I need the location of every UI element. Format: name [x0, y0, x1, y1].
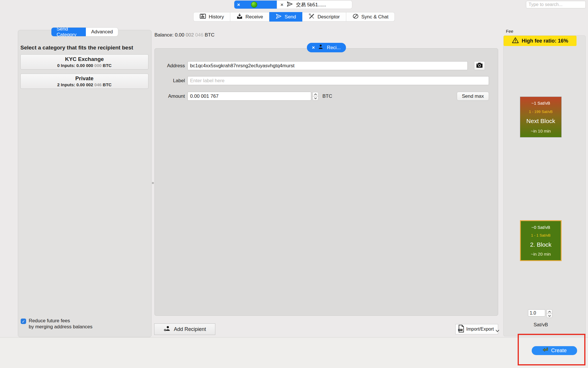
- tab-history[interactable]: History: [193, 12, 230, 22]
- high-fee-warning-text: High fee ratio: 16%: [522, 38, 568, 44]
- category-private-button[interactable]: Private 2 Inputs: 0.00 002 046 BTC: [20, 74, 148, 89]
- amount-stepper: [312, 92, 318, 101]
- panel-splitter-handle[interactable]: [152, 182, 154, 184]
- svg-text:CSV: CSV: [459, 329, 462, 331]
- reduce-fees-label: Reduce future fees by merging address ba…: [29, 318, 92, 330]
- fee-block-second-selected[interactable]: ~0 Sat/vB 1 - 1 Sat/vB 2. Block ~in 20 m…: [520, 220, 562, 261]
- fee-block-next[interactable]: ~1 Sat/vB 1 - 199 Sat/vB Next Block ~in …: [520, 97, 562, 137]
- tools-icon: [308, 13, 315, 21]
- high-fee-warning: High fee ratio: 16%: [504, 36, 577, 46]
- fee-eta: ~in 10 min: [531, 129, 551, 133]
- wallet-tab[interactable]: ×: [234, 1, 277, 9]
- pen-chat-icon: [352, 13, 359, 21]
- tab-label: Send: [285, 14, 296, 20]
- stepper-down-button[interactable]: [546, 314, 552, 318]
- amount-row: Amount BTC Send max: [155, 92, 332, 101]
- tab-receive[interactable]: Receive: [230, 12, 269, 22]
- amount-input[interactable]: [187, 92, 311, 101]
- chevron-down-icon: [495, 328, 500, 334]
- return-arrow-icon: [542, 347, 548, 354]
- camera-icon: [476, 62, 483, 70]
- amount-unit-label: BTC: [322, 93, 332, 99]
- tab-sync-chat[interactable]: Sync & Chat: [346, 12, 395, 22]
- close-icon[interactable]: ×: [237, 2, 240, 7]
- label-input[interactable]: [187, 76, 489, 85]
- create-button-label: Create: [551, 348, 566, 354]
- person-icon: [318, 44, 324, 51]
- fee-rate-stepper: [546, 309, 552, 318]
- tab-label: History: [209, 14, 224, 20]
- fee-rate-input[interactable]: [528, 309, 545, 317]
- fee-section-title: Fee: [506, 29, 513, 34]
- search-input[interactable]: [526, 1, 586, 8]
- left-segmented-control: Send Category Advanced: [51, 28, 118, 36]
- transaction-tab[interactable]: × 交易 5b51......: [277, 1, 352, 9]
- category-subtitle: 0 Inputs: 0.00 000 000 BTC: [57, 63, 111, 68]
- csv-file-icon: CSV: [457, 325, 465, 334]
- fee-range: 1 - 1 Sat/vB: [531, 233, 551, 237]
- fee-panel: High fee ratio: 16% ~1 Sat/vB 1 - 199 Sa…: [503, 35, 586, 336]
- tab-descriptor[interactable]: Descriptor: [302, 12, 346, 22]
- window-tab-bar: × × 交易 5b51......: [234, 1, 352, 9]
- tab-label: Sync & Chat: [361, 14, 389, 20]
- amount-label: Amount: [155, 93, 185, 99]
- tab-advanced[interactable]: Advanced: [86, 28, 118, 36]
- send-plane-icon: [275, 13, 282, 21]
- address-input[interactable]: [187, 61, 468, 70]
- camera-scan-button[interactable]: [474, 61, 485, 70]
- address-label: Address: [155, 63, 185, 69]
- send-category-panel: Send Category Advanced Select a category…: [18, 30, 152, 337]
- stepper-up-button[interactable]: [546, 309, 552, 314]
- main-nav-tabs: History Receive Send Descriptor Sync & C…: [193, 12, 395, 22]
- fee-block-name: 2. Block: [530, 241, 552, 248]
- window-footer: [0, 337, 588, 368]
- tab-label: Receive: [245, 14, 263, 20]
- warning-icon: [512, 37, 519, 45]
- tab-send-category[interactable]: Send Category: [51, 28, 86, 36]
- category-heading: Select a category that fits the recipien…: [20, 45, 133, 51]
- add-recipient-label: Add Recipient: [174, 326, 206, 332]
- reduce-fees-checkbox[interactable]: ✓: [21, 319, 26, 324]
- fee-approx: ~1 Sat/vB: [531, 101, 550, 106]
- history-icon: [200, 13, 206, 21]
- fee-range: 1 - 199 Sat/vB: [529, 110, 552, 114]
- stepper-down-button[interactable]: [312, 96, 318, 101]
- tab-label: Descriptor: [318, 14, 340, 20]
- fee-approx: ~0 Sat/vB: [531, 225, 550, 230]
- fee-rate-unit-label: Sat/vB: [520, 322, 562, 328]
- label-label: Label: [155, 78, 185, 84]
- import-export-label: Import/Export: [466, 327, 494, 332]
- recipient-panel: × Reci... Address Label Amount BTC Send …: [154, 48, 498, 316]
- fee-eta: ~in 20 min: [531, 252, 551, 256]
- recipient-tab[interactable]: × Reci...: [307, 43, 346, 52]
- add-recipient-button[interactable]: Add Recipient: [154, 323, 215, 335]
- recipient-tab-label: Reci...: [327, 45, 341, 51]
- category-title: Private: [75, 75, 93, 82]
- send-max-button[interactable]: Send max: [457, 92, 489, 101]
- category-subtitle: 2 Inputs: 0.00 002 046 BTC: [57, 82, 111, 87]
- fee-block-name: Next Block: [526, 118, 555, 124]
- receive-tray-icon: [236, 13, 243, 21]
- label-row: Label: [155, 76, 489, 85]
- tab-send[interactable]: Send: [269, 12, 302, 22]
- category-kyc-exchange-button[interactable]: KYC Exchange 0 Inputs: 0.00 000 000 BTC: [20, 54, 148, 70]
- add-person-icon: [163, 325, 171, 334]
- import-export-dropdown[interactable]: CSV Import/Export: [455, 324, 498, 334]
- transaction-tab-title: 交易 5b51......: [296, 1, 326, 8]
- reduce-fees-option: ✓ Reduce future fees by merging address …: [21, 318, 92, 330]
- category-title: KYC Exchange: [65, 56, 104, 62]
- fee-rate-control: [528, 309, 552, 318]
- balance-text: Balance: 0.00 002 046 BTC: [154, 32, 214, 38]
- wallet-status-icon: [251, 1, 257, 8]
- stepper-up-button[interactable]: [312, 92, 318, 96]
- close-icon[interactable]: ×: [312, 45, 315, 50]
- create-button[interactable]: Create: [532, 346, 577, 355]
- send-plane-icon: [286, 1, 293, 9]
- close-icon[interactable]: ×: [281, 2, 283, 7]
- address-row: Address: [155, 61, 468, 70]
